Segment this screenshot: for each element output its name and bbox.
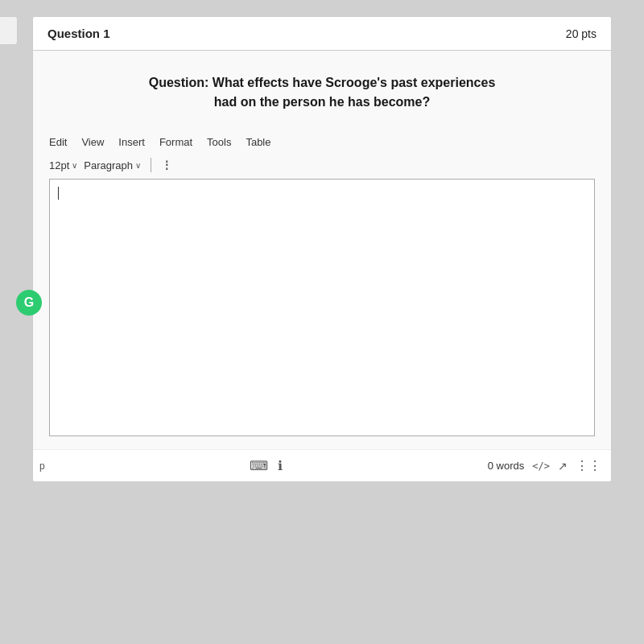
menu-format[interactable]: Format [159, 136, 192, 148]
font-size-chevron: ∨ [72, 161, 77, 170]
footer-right-section: 0 words </> ↗ ⋮⋮ [488, 458, 601, 473]
menu-table[interactable]: Table [246, 136, 270, 148]
question-points: 20 pts [566, 27, 597, 40]
font-size-value: 12pt [49, 159, 69, 171]
paragraph-style-dropdown[interactable]: Paragraph ∨ [84, 159, 141, 171]
expand-icon[interactable]: ↗ [558, 460, 568, 473]
menu-insert[interactable]: Insert [118, 136, 145, 148]
word-count-label: 0 words [488, 460, 525, 472]
question-body: Question: What effects have Scrooge's pa… [33, 51, 611, 449]
footer-paragraph-label: p [39, 460, 45, 472]
paragraph-style-chevron: ∨ [135, 161, 141, 170]
menu-view[interactable]: View [81, 136, 104, 148]
menu-tools[interactable]: Tools [207, 136, 231, 148]
code-view-button[interactable]: </> [532, 460, 550, 472]
left-panel-indicator [0, 16, 18, 45]
editor-cursor [58, 187, 59, 200]
toolbar-more-button[interactable]: ⋮ [161, 159, 173, 171]
keyboard-icon[interactable]: ⌨ [250, 458, 268, 473]
editor-menubar: Edit View Insert Format Tools Table [47, 131, 597, 155]
question-text: Question: What effects have Scrooge's pa… [47, 73, 597, 112]
toolbar-divider [151, 158, 151, 172]
editor-area[interactable] [49, 179, 595, 436]
paragraph-style-value: Paragraph [84, 159, 133, 171]
font-size-dropdown[interactable]: 12pt ∨ [49, 159, 77, 171]
g-badge[interactable]: G [16, 290, 42, 316]
menu-edit[interactable]: Edit [49, 136, 67, 148]
question-container: Question 1 20 pts Question: What effects… [32, 16, 612, 482]
editor-footer: p ⌨ ℹ 0 words </> ↗ ⋮⋮ [33, 449, 611, 481]
footer-center-icons: ⌨ ℹ [250, 458, 283, 473]
grid-icon[interactable]: ⋮⋮ [576, 458, 601, 473]
question-title: Question 1 [47, 27, 110, 40]
question-header: Question 1 20 pts [33, 17, 611, 51]
info-icon[interactable]: ℹ [278, 458, 283, 473]
editor-toolbar: 12pt ∨ Paragraph ∨ ⋮ [47, 155, 597, 179]
